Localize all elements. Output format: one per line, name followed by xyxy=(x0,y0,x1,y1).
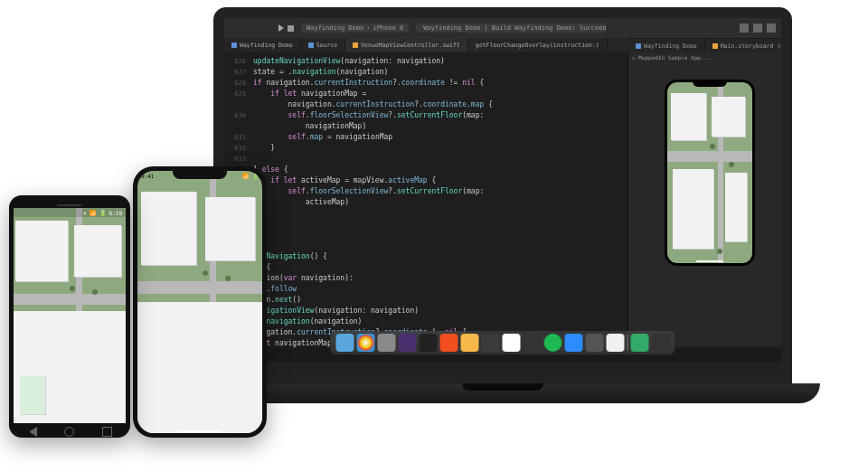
library-icon[interactable] xyxy=(740,24,749,33)
map-view[interactable]: ▾ 📶 🔋 6:19 xyxy=(14,208,126,423)
titlebar-right-controls xyxy=(740,24,776,33)
laptop-base xyxy=(185,383,820,403)
breadcrumb-item[interactable]: VenueMapViewController.swift xyxy=(345,38,468,52)
dock-app-icon[interactable] xyxy=(482,334,500,352)
laptop-device: Wayfinding Demo › iPhone 8 Wayfinding De… xyxy=(185,7,820,461)
iphone-device: 9:41 📶 🔋 xyxy=(133,166,267,438)
xcode-body: 626627628629630631632633 updateNavigatio… xyxy=(224,52,781,347)
simulator-screen xyxy=(667,82,752,263)
app-icon xyxy=(231,42,237,48)
device-notch xyxy=(693,80,727,87)
app-icon xyxy=(636,43,641,49)
device-speaker xyxy=(14,202,126,208)
storyboard-icon xyxy=(712,43,718,49)
laptop-screen: Wayfinding Demo › iPhone 8 Wayfinding De… xyxy=(213,7,792,383)
dock-app-icon[interactable] xyxy=(357,334,375,352)
status-time: 6:19 xyxy=(109,210,122,216)
home-button[interactable] xyxy=(64,427,74,437)
status-indicators: ▾ 📶 🔋 6:19 xyxy=(83,210,122,216)
line-gutter: 626627628629630631632633 xyxy=(224,52,250,165)
folder-icon xyxy=(308,42,314,48)
stop-button[interactable] xyxy=(288,25,294,32)
android-screen: ▾ 📶 🔋 6:19 xyxy=(14,208,126,423)
dock-app-icon[interactable] xyxy=(336,334,354,352)
status-bar: ▾ 📶 🔋 6:19 xyxy=(14,208,126,217)
dock-app-icon[interactable] xyxy=(565,334,583,352)
breadcrumb-item[interactable]: Main.storyboard (Base) xyxy=(705,39,792,52)
map-view xyxy=(667,82,752,263)
code-editor[interactable]: 626627628629630631632633 updateNavigatio… xyxy=(224,52,627,347)
interface-builder-panel: Wayfinding Demo Main.storyboard (Base) N… xyxy=(627,52,781,347)
scheme-app: Wayfinding Demo xyxy=(307,24,363,32)
breadcrumb-item[interactable]: getFloorChangeOverlay(instruction:) xyxy=(468,38,608,52)
macos-dock[interactable] xyxy=(331,331,675,354)
map-view[interactable]: 9:41 📶 🔋 xyxy=(137,171,262,433)
dock-app-icon[interactable] xyxy=(503,334,521,352)
scheme-selector[interactable]: Wayfinding Demo › iPhone 8 xyxy=(301,24,409,33)
breadcrumb-bar-right: Wayfinding Demo Main.storyboard (Base) N… xyxy=(628,38,781,52)
dock-app-icon[interactable] xyxy=(544,334,562,352)
status-indicators: 📶 🔋 xyxy=(242,173,259,179)
home-indicator xyxy=(178,430,222,433)
status-bar: 9:41 📶 🔋 xyxy=(137,171,262,180)
dock-app-icon[interactable] xyxy=(524,334,542,352)
build-status: Wayfinding Demo | Build Wayfinding Demo:… xyxy=(416,24,606,33)
simulator-device[interactable] xyxy=(665,80,755,266)
dock-app-icon[interactable] xyxy=(461,334,479,352)
dock-app-icon[interactable] xyxy=(586,334,604,352)
android-device: ▾ 📶 🔋 6:19 xyxy=(9,195,130,438)
dock-app-icon[interactable] xyxy=(378,334,396,352)
status-time: 9:41 xyxy=(141,173,154,179)
canvas-header: ☐ MappedIn Sample App... xyxy=(628,52,781,65)
android-nav-bar xyxy=(14,423,126,439)
home-indicator xyxy=(696,260,723,262)
panels-icon[interactable] xyxy=(767,24,776,33)
iphone-screen: 9:41 📶 🔋 xyxy=(137,171,262,433)
editor-options-icon[interactable] xyxy=(753,24,762,33)
dock-app-icon[interactable] xyxy=(440,334,458,352)
chevron-right-icon: › xyxy=(366,24,370,32)
dock-trash-icon[interactable] xyxy=(652,334,670,352)
breadcrumb-item[interactable]: Source xyxy=(301,38,345,52)
breadcrumb-item[interactable]: Wayfinding Demo xyxy=(628,39,705,52)
xcode-titlebar: Wayfinding Demo › iPhone 8 Wayfinding De… xyxy=(224,18,781,38)
code-content: updateNavigationView(navigation: navigat… xyxy=(224,52,627,347)
back-button[interactable] xyxy=(27,427,37,437)
scheme-device: iPhone 8 xyxy=(373,24,403,32)
run-button[interactable] xyxy=(278,24,284,32)
breadcrumb-item[interactable]: Wayfinding Demo xyxy=(224,38,301,52)
dock-divider xyxy=(627,335,628,351)
dock-app-icon[interactable] xyxy=(420,334,438,352)
swift-file-icon xyxy=(353,42,358,48)
dock-app-icon[interactable] xyxy=(399,334,417,352)
recents-button[interactable] xyxy=(102,427,112,437)
dock-app-icon[interactable] xyxy=(631,334,649,352)
dock-app-icon[interactable] xyxy=(607,334,625,352)
